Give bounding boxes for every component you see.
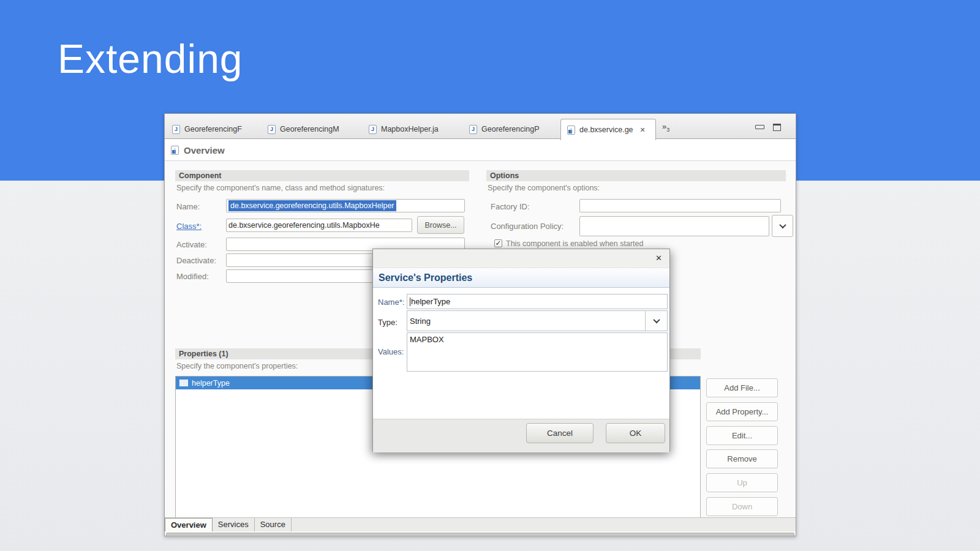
name-label: Name: — [176, 202, 200, 211]
close-icon[interactable]: ✕ — [640, 126, 646, 134]
horizontal-scrollbar[interactable] — [166, 533, 794, 536]
page-title: Overview — [184, 145, 225, 156]
dialog-type-value: String — [410, 317, 431, 326]
dialog-values-label: Values: — [378, 347, 404, 356]
tab-overflow-indicator[interactable]: »3 — [662, 122, 669, 133]
type-dropdown-button[interactable] — [645, 311, 667, 331]
factory-id-label: Factory ID: — [491, 202, 530, 211]
enabled-checkbox-label: This component is enabled when started — [506, 239, 643, 248]
class-link[interactable]: Class*: — [176, 222, 202, 231]
add-property-button[interactable]: Add Property... — [706, 402, 778, 421]
configuration-policy-label: Configuration Policy: — [491, 222, 564, 231]
enabled-checkbox[interactable]: ✓ — [494, 239, 502, 247]
name-input[interactable]: de.bxservice.georeferencing.utils.Mapbox… — [226, 199, 465, 212]
dialog-name-label: Name*: — [378, 298, 404, 307]
dialog-name-value: helperType — [411, 297, 450, 306]
java-file-icon: J — [469, 125, 477, 134]
factory-id-input[interactable] — [579, 199, 781, 212]
java-file-icon: J — [268, 125, 276, 134]
component-section-header: Component — [175, 170, 469, 181]
text-cursor — [410, 298, 410, 306]
configuration-policy-input[interactable] — [579, 216, 769, 236]
dialog-name-input[interactable]: helperType — [407, 294, 668, 309]
options-section-header: Options — [486, 170, 786, 181]
cancel-button[interactable]: Cancel — [526, 423, 594, 443]
tab-services[interactable]: Services — [213, 518, 255, 531]
minimize-icon[interactable] — [755, 125, 764, 129]
form-heading: Overview — [165, 140, 796, 161]
class-input[interactable]: de.bxservice.georeferencing.utils.Mapbox… — [226, 219, 412, 232]
tab-label: de.bxservice.ge — [579, 126, 633, 134]
properties-section-description: Specify the component's properties: — [176, 362, 298, 370]
dialog-type-label: Type: — [378, 318, 398, 327]
selected-text: de.bxservice.georeferencing.utils.Mapbox… — [228, 200, 396, 211]
component-file-icon — [567, 126, 575, 135]
maximize-icon[interactable] — [773, 124, 781, 131]
remove-button[interactable]: Remove — [706, 449, 778, 468]
dialog-footer: Cancel OK — [373, 419, 669, 452]
java-file-icon: J — [369, 125, 377, 134]
ok-button[interactable]: OK — [606, 423, 665, 443]
chevron-down-icon — [653, 317, 660, 323]
dialog-type-select[interactable]: String — [407, 310, 668, 331]
slide-title: Extending — [58, 36, 243, 82]
close-icon[interactable]: ✕ — [655, 253, 662, 263]
editor-tabbar: J GeoreferencingF J GeoreferencingM J Ma… — [165, 114, 796, 139]
tab-source[interactable]: Source — [255, 518, 292, 531]
down-button[interactable]: Down — [706, 497, 778, 516]
chevron-down-icon — [779, 222, 786, 228]
tab-georeferencingf[interactable]: J GeoreferencingF — [166, 119, 257, 139]
tab-label: GeoreferencingM — [280, 125, 339, 133]
dialog-title: Service's Properties — [379, 272, 472, 283]
add-file-button[interactable]: Add File... — [706, 378, 778, 397]
table-icon — [179, 380, 188, 386]
tab-de-bxservice[interactable]: de.bxservice.ge ✕ — [560, 119, 656, 140]
configuration-policy-dropdown-button[interactable] — [772, 215, 793, 237]
tab-mapboxhelper[interactable]: J MapboxHelper.ja — [363, 119, 455, 139]
modified-label: Modified: — [176, 272, 209, 281]
deactivate-label: Deactivate: — [176, 256, 216, 265]
edit-button[interactable]: Edit... — [706, 426, 778, 445]
tab-overview[interactable]: Overview — [165, 518, 213, 531]
component-section-description: Specify the component's name, class and … — [176, 184, 385, 192]
editor-bottom-tabbar: Overview Services Source — [165, 517, 796, 531]
dialog-header: Service's Properties — [373, 268, 669, 288]
dialog-values-textarea[interactable]: MAPBOX — [407, 332, 668, 372]
tab-label: GeoreferencingP — [481, 125, 540, 133]
dialog-titlebar — [373, 249, 669, 268]
activate-label: Activate: — [176, 240, 207, 249]
tab-georeferencingm[interactable]: J GeoreferencingM — [262, 119, 353, 139]
property-row-label: helperType — [192, 379, 230, 388]
browse-button[interactable]: Browse... — [417, 216, 464, 234]
service-properties-dialog: ✕ Service's Properties Name*: helperType… — [372, 249, 670, 452]
up-button[interactable]: Up — [706, 473, 778, 492]
tab-georeferencingp[interactable]: J GeoreferencingP — [463, 119, 552, 139]
tab-label: MapboxHelper.ja — [381, 125, 439, 133]
options-section-description: Specify the component's options: — [488, 184, 600, 192]
tab-label: GeoreferencingF — [184, 125, 242, 133]
java-file-icon: J — [172, 125, 180, 134]
overview-icon — [171, 146, 179, 155]
